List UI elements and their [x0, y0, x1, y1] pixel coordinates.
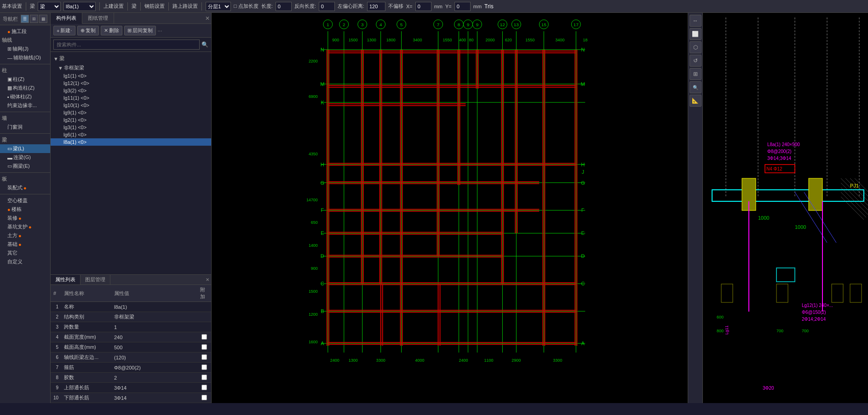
attr-checkbox-cell[interactable]	[197, 302, 211, 312]
attr-panel-close[interactable]: ✕	[204, 275, 211, 284]
sidebar-item-other[interactable]: 其它	[0, 249, 50, 257]
attr-checkbox-cell[interactable]	[197, 383, 211, 393]
sidebar-group-beam[interactable]: 梁	[0, 136, 50, 144]
tree-lg9[interactable]: lg9(1) <0>	[51, 109, 211, 116]
table-row[interactable]: 6 轴线距梁左边... (120)	[51, 352, 211, 363]
attr-value-cell[interactable]: l8a(1)	[111, 302, 197, 312]
sidebar-group-column[interactable]: 柱	[0, 66, 50, 75]
tool-btn-measure[interactable]: 📐	[690, 95, 701, 107]
tab-drawing-mgmt[interactable]: 图纸管理	[82, 13, 114, 23]
attr-checkbox-cell[interactable]	[197, 342, 211, 352]
attr-tab-layer[interactable]: 图层管理	[80, 275, 110, 284]
sidebar-item-decor[interactable]: 装修 ●	[0, 214, 50, 222]
tool-btn-view3d[interactable]: ⬡	[690, 41, 701, 53]
tool-btn-zoom-box[interactable]: ⬜	[690, 28, 701, 40]
sidebar-item-ring-beam[interactable]: ▭ 圈梁(E)	[0, 162, 50, 171]
y-input[interactable]	[454, 2, 471, 11]
search-input[interactable]	[53, 40, 200, 50]
table-row[interactable]: 7 箍筋 Φ8@200(2)	[51, 363, 211, 373]
tree-lg2[interactable]: lg2(1) <0>	[51, 116, 211, 124]
table-row[interactable]: 2 结构类别 非框架梁	[51, 312, 211, 322]
sidebar-item-structure-column[interactable]: ▩ 构造柱(Z)	[0, 84, 50, 92]
sidebar-item-construction[interactable]: ● 施工段	[0, 27, 50, 36]
attr-value-cell[interactable]: 500	[111, 342, 197, 352]
tool-btn-search[interactable]: 🔍	[690, 81, 701, 93]
copy-component-btn[interactable]: ⊕ 复制	[77, 26, 99, 35]
sidebar-table-icon[interactable]: ▦	[39, 15, 47, 23]
table-row[interactable]: 11 侧面构造筋(总...	[51, 403, 211, 404]
tree-lg12[interactable]: lg12(1) <0>	[51, 80, 211, 87]
tree-l8a[interactable]: l8a(1) <0>	[51, 138, 211, 146]
attr-checkbox-cell[interactable]	[197, 403, 211, 404]
sidebar-group-axis[interactable]: 轴线	[0, 36, 50, 45]
tool-btn-pan[interactable]: ↔	[690, 15, 701, 27]
table-row[interactable]: 5 截面高度(mm) 500	[51, 342, 211, 352]
tree-lg3-2[interactable]: lg3(2) <0>	[51, 87, 211, 94]
attr-checkbox-cell[interactable]	[197, 393, 211, 403]
sidebar-item-column-z[interactable]: ▣ 柱(Z)	[0, 75, 50, 84]
sidebar-item-prefab[interactable]: 装配式 ●	[0, 183, 50, 192]
attr-value-cell[interactable]: 非框架梁	[111, 312, 197, 322]
attr-value-cell[interactable]	[111, 403, 197, 404]
sidebar-list-icon[interactable]: ☰	[21, 15, 29, 23]
attr-checkbox-cell[interactable]	[197, 373, 211, 383]
attr-checkbox[interactable]	[201, 385, 207, 390]
sidebar-group-slab[interactable]: 板	[0, 175, 50, 183]
attr-checkbox-cell[interactable]	[197, 363, 211, 373]
sidebar-item-masonry-column[interactable]: ▪ 砌体柱(Z)	[0, 92, 50, 101]
beam-instance-select[interactable]: l8a(1)	[63, 2, 96, 11]
attr-value-cell[interactable]: 3Φ14	[111, 393, 197, 403]
delete-component-btn[interactable]: ✕ 删除	[101, 26, 122, 35]
sidebar-item-floor[interactable]: ● 楼栋	[0, 205, 50, 214]
table-row[interactable]: 3 跨数量 1	[51, 322, 211, 332]
tool-btn-rotate[interactable]: ↺	[690, 55, 701, 67]
sidebar-item-beam-l[interactable]: ▭ 梁(L)	[0, 144, 50, 153]
attr-value-cell[interactable]: 2	[111, 373, 197, 383]
tree-lg3[interactable]: lg3(1) <0>	[51, 124, 211, 131]
layer-select[interactable]: 分层1	[206, 2, 231, 11]
sidebar-item-axis-grid[interactable]: ⊞ 轴网(J)	[0, 45, 50, 53]
attr-checkbox[interactable]	[201, 334, 207, 340]
sidebar-item-pit-support[interactable]: 基坑支护 ●	[0, 222, 50, 231]
table-row[interactable]: 4 截面宽度(mm) 240	[51, 332, 211, 342]
attr-checkbox[interactable]	[201, 354, 207, 360]
tree-beam-group[interactable]: ▼ 梁	[51, 54, 211, 63]
interlayer-copy-btn[interactable]: ⊞ 层间复制	[124, 26, 156, 35]
sidebar-group-wall[interactable]: 墙	[0, 114, 50, 123]
tree-lg1[interactable]: lg1(1) <0>	[51, 72, 211, 80]
reverse-length-input[interactable]	[319, 2, 335, 11]
tree-lg10[interactable]: lg10(1) <0>	[51, 102, 211, 109]
tree-lg11[interactable]: lg11(1) <0>	[51, 94, 211, 102]
tool-btn-grid[interactable]: ⊞	[690, 68, 701, 80]
attr-checkbox[interactable]	[201, 364, 207, 370]
table-row[interactable]: 1 名称 l8a(1)	[51, 302, 211, 312]
attr-checkbox[interactable]	[201, 344, 207, 350]
table-row[interactable]: 8 胶数 2	[51, 373, 211, 383]
attr-value-cell[interactable]: (120)	[111, 352, 197, 363]
panel-close-btn[interactable]: ✕	[204, 13, 211, 23]
attr-value-cell[interactable]: 240	[111, 332, 197, 342]
attr-checkbox-cell[interactable]	[197, 322, 211, 332]
table-row[interactable]: 9 上部通长筋 3Φ14	[51, 383, 211, 393]
attr-checkbox-cell[interactable]	[197, 332, 211, 342]
new-component-btn[interactable]: + 新建·	[53, 26, 75, 35]
more-btn[interactable]: ···	[158, 28, 162, 34]
attr-checkbox[interactable]	[201, 375, 207, 380]
length-input[interactable]	[276, 2, 292, 11]
sidebar-item-aux-axis[interactable]: — 辅助轴线(O)	[0, 53, 50, 62]
attr-checkbox-cell[interactable]	[197, 352, 211, 363]
attr-checkbox-cell[interactable]	[197, 312, 211, 322]
sidebar-item-door-window[interactable]: 门窗洞	[0, 123, 50, 131]
sidebar-item-hollow-floor[interactable]: 空心楼盖	[0, 196, 50, 205]
tab-component-list[interactable]: 构件列表	[51, 13, 82, 24]
sidebar-item-foundation[interactable]: 基础 ●	[0, 240, 50, 249]
tree-lg6[interactable]: lg6(1) <0>	[51, 131, 211, 138]
sidebar-item-constraint-column[interactable]: 约束边缘非...	[0, 101, 50, 110]
sidebar-item-connect-beam[interactable]: ▬ 连梁(G)	[0, 153, 50, 162]
attr-checkbox[interactable]	[201, 395, 207, 400]
attr-tab-list[interactable]: 属性列表	[51, 275, 80, 284]
canvas-area[interactable]: 1 2 3 4 5 7 8 9 9 12	[212, 13, 688, 403]
attr-value-cell[interactable]: Φ8@200(2)	[111, 363, 197, 373]
sidebar-grid-icon[interactable]: ⊞	[30, 15, 38, 23]
attr-value-cell[interactable]: 1	[111, 322, 197, 332]
